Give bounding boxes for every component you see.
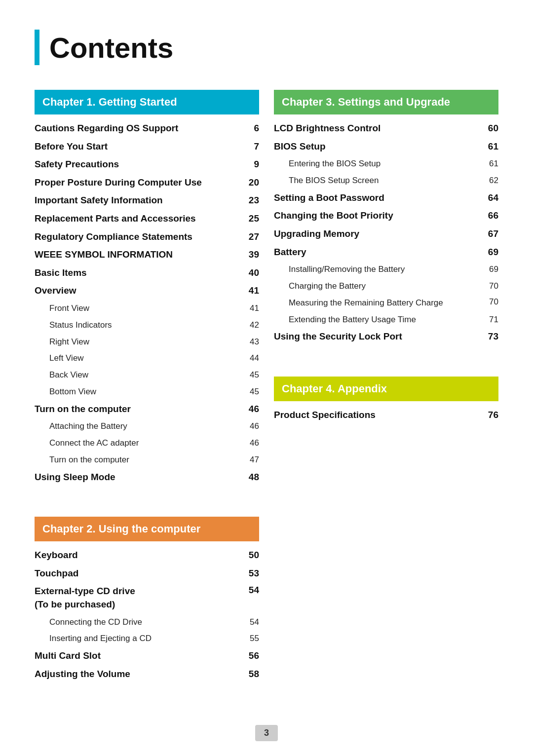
toc-page: 25 bbox=[244, 213, 259, 224]
chapter1-toc: Cautions Regarding OS Support 6 Before Y… bbox=[35, 119, 259, 486]
toc-page: 62 bbox=[484, 176, 498, 186]
toc-label: Setting a Boot Password bbox=[274, 191, 484, 205]
list-item: WEEE SYMBOL INFORMATION 39 bbox=[35, 246, 259, 264]
list-item: BIOS Setup 61 bbox=[274, 138, 498, 156]
chapter4-block: Chapter 4. Appendix Product Specificatio… bbox=[274, 377, 498, 424]
toc-page: 40 bbox=[244, 267, 259, 278]
toc-label: Proper Posture During Computer Use bbox=[35, 176, 244, 189]
left-column: Chapter 1. Getting Started Cautions Rega… bbox=[35, 90, 259, 688]
list-item: Attaching the Battery 46 bbox=[35, 418, 259, 435]
toc-page: 27 bbox=[244, 231, 259, 242]
toc-page: 9 bbox=[244, 159, 259, 170]
toc-label: Before You Start bbox=[35, 140, 244, 153]
toc-page: 60 bbox=[484, 123, 498, 134]
list-item: Replacement Parts and Accessories 25 bbox=[35, 210, 259, 228]
toc-label: Cautions Regarding OS Support bbox=[35, 122, 244, 135]
toc-page: 50 bbox=[244, 550, 259, 561]
toc-label: Changing the Boot Priority bbox=[274, 209, 484, 223]
toc-page: 54 bbox=[244, 585, 259, 596]
list-item: Entering the BIOS Setup 61 bbox=[274, 155, 498, 172]
toc-label: Regulatory Compliance Statements bbox=[35, 230, 244, 244]
list-item: Connecting the CD Drive 54 bbox=[35, 614, 259, 631]
toc-page: 46 bbox=[244, 438, 259, 448]
chapter4-toc: Product Specifications 76 bbox=[274, 406, 498, 424]
list-item: Using Sleep Mode 48 bbox=[35, 468, 259, 487]
toc-label: Product Specifications bbox=[274, 409, 484, 422]
toc-label: Replacement Parts and Accessories bbox=[35, 212, 244, 226]
toc-label: Right View bbox=[35, 336, 244, 348]
list-item: Connect the AC adapter 46 bbox=[35, 435, 259, 452]
toc-label: WEEE SYMBOL INFORMATION bbox=[35, 248, 244, 262]
toc-page: 48 bbox=[244, 472, 259, 483]
list-item: Installing/Removing the Battery 69 bbox=[274, 261, 498, 278]
list-item: The BIOS Setup Screen 62 bbox=[274, 172, 498, 189]
toc-label: Adjusting the Volume bbox=[35, 668, 244, 681]
list-item: Back View 45 bbox=[35, 367, 259, 383]
toc-label: Left View bbox=[35, 352, 244, 364]
toc-page: 55 bbox=[244, 634, 259, 643]
toc-label: Important Safety Information bbox=[35, 194, 244, 207]
toc-page: 61 bbox=[484, 159, 498, 169]
toc-label: Bottom View bbox=[35, 386, 244, 398]
toc-label: Touchpad bbox=[35, 567, 244, 580]
list-item: Proper Posture During Computer Use 20 bbox=[35, 174, 259, 192]
toc-page: 23 bbox=[244, 195, 259, 206]
toc-page: 53 bbox=[244, 568, 259, 579]
toc-label: Connect the AC adapter bbox=[35, 437, 244, 449]
toc-label: Upgrading Memory bbox=[274, 227, 484, 241]
toc-page: 70 bbox=[484, 297, 498, 307]
list-item: Adjusting the Volume 58 bbox=[35, 665, 259, 683]
toc-page: 64 bbox=[484, 192, 498, 203]
chapter4-header: Chapter 4. Appendix bbox=[274, 377, 498, 401]
toc-page: 67 bbox=[484, 228, 498, 239]
list-item: Changing the Boot Priority 66 bbox=[274, 207, 498, 225]
list-item: External-type CD drive(To be purchased) … bbox=[35, 582, 259, 613]
toc-label: Connecting the CD Drive bbox=[35, 616, 244, 628]
list-item: Setting a Boot Password 64 bbox=[274, 189, 498, 207]
list-item: Cautions Regarding OS Support 6 bbox=[35, 119, 259, 138]
list-item: LCD Brightness Control 60 bbox=[274, 119, 498, 138]
toc-label: Keyboard bbox=[35, 549, 244, 562]
toc-page: 42 bbox=[244, 320, 259, 330]
list-item: Charging the Battery 70 bbox=[274, 278, 498, 295]
toc-label: Charging the Battery bbox=[274, 280, 484, 292]
toc-page: 56 bbox=[244, 650, 259, 661]
toc-page: 46 bbox=[244, 421, 259, 431]
chapter3-header: Chapter 3. Settings and Upgrade bbox=[274, 90, 498, 114]
toc-page: 6 bbox=[244, 123, 259, 134]
toc-label: Basic Items bbox=[35, 266, 244, 280]
toc-label: The BIOS Setup Screen bbox=[274, 175, 484, 187]
toc-label: Back View bbox=[35, 369, 244, 381]
chapter3-toc: LCD Brightness Control 60 BIOS Setup 61 … bbox=[274, 119, 498, 346]
toc-label: Turn on the computer bbox=[35, 454, 244, 466]
list-item: Important Safety Information 23 bbox=[35, 191, 259, 210]
chapter1-header: Chapter 1. Getting Started bbox=[35, 90, 259, 114]
toc-label: Overview bbox=[35, 284, 244, 298]
page-title-section: Contents bbox=[35, 30, 498, 65]
toc-label: Using the Security Lock Port bbox=[274, 330, 484, 343]
list-item: Front View 41 bbox=[35, 300, 259, 317]
toc-label: LCD Brightness Control bbox=[274, 122, 484, 135]
toc-page: 39 bbox=[244, 249, 259, 260]
list-item: Keyboard 50 bbox=[35, 546, 259, 565]
toc-page: 43 bbox=[244, 337, 259, 347]
toc-label: Entering the BIOS Setup bbox=[274, 158, 484, 170]
chapter2-header: Chapter 2. Using the computer bbox=[35, 517, 259, 541]
list-item: Safety Precautions 9 bbox=[35, 155, 259, 174]
list-item: Bottom View 45 bbox=[35, 383, 259, 400]
toc-page: 69 bbox=[484, 247, 498, 258]
list-item: Touchpad 53 bbox=[35, 565, 259, 583]
list-item: Multi Card Slot 56 bbox=[35, 647, 259, 665]
toc-label: Multi Card Slot bbox=[35, 649, 244, 663]
toc-label: Status Indicators bbox=[35, 319, 244, 331]
toc-label: Attaching the Battery bbox=[35, 420, 244, 432]
toc-page: 20 bbox=[244, 177, 259, 188]
toc-label: External-type CD drive(To be purchased) bbox=[35, 585, 244, 611]
page-number-footer: 3 bbox=[255, 725, 278, 741]
toc-page: 58 bbox=[244, 669, 259, 680]
toc-label: Measuring the Remaining Battery Charge bbox=[274, 297, 484, 309]
chapter3-block: Chapter 3. Settings and Upgrade LCD Brig… bbox=[274, 90, 498, 346]
toc-page: 69 bbox=[484, 265, 498, 274]
list-item: Right View 43 bbox=[35, 334, 259, 350]
toc-page: 73 bbox=[484, 331, 498, 342]
